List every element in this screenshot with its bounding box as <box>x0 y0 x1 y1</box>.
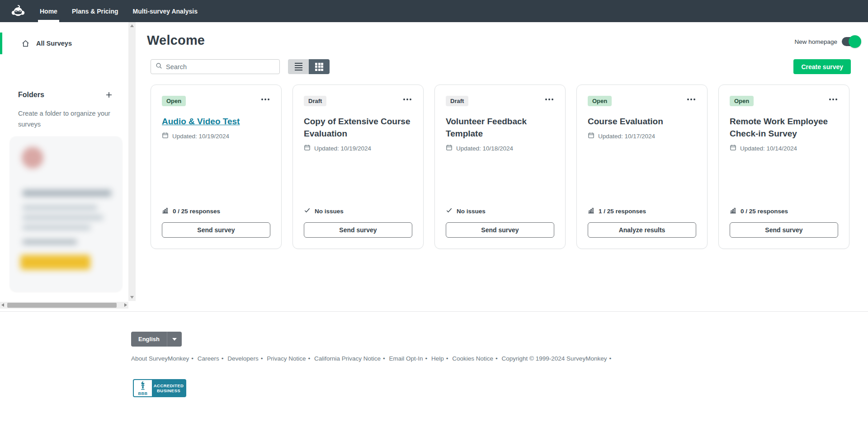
survey-card: Open Remote Work Employee Check-in Surve… <box>718 84 849 249</box>
chevron-down-icon <box>172 338 177 341</box>
footer-links: About SurveyMonkey• Careers• Developers•… <box>131 355 823 362</box>
send-survey-button[interactable]: Send survey <box>446 222 554 238</box>
calendar-icon <box>162 132 169 140</box>
survey-card: Open Audio & Video Test Updated: 10/19/2… <box>151 84 282 249</box>
survey-title[interactable]: Remote Work Employee Check-in Survey <box>730 115 838 140</box>
footer: English About SurveyMonkey• Careers• Dev… <box>0 311 868 427</box>
surveymonkey-dashboard: Home Plans & Pricing Multi-survey Analys… <box>0 0 868 427</box>
bar-chart-icon <box>730 207 736 215</box>
sidebar-item-all-surveys[interactable]: All Surveys <box>0 33 128 54</box>
updated-date: Updated: 10/19/2024 <box>172 133 229 140</box>
list-view-button[interactable] <box>288 59 309 74</box>
main-content: Welcome New homepage Cre <box>136 22 868 311</box>
search-input[interactable] <box>166 63 275 70</box>
sidebar-vertical-scrollbar[interactable] <box>128 22 136 301</box>
switch-knob <box>849 35 861 48</box>
bbb-accredited-business-badge[interactable]: BBB ACCREDITED BUSINESS <box>133 379 186 397</box>
blurred-promo-button[interactable] <box>20 255 90 270</box>
calendar-icon <box>446 144 453 152</box>
sidebar-item-label: All Surveys <box>36 40 72 47</box>
new-homepage-switch[interactable] <box>842 37 860 46</box>
nav-item-multi-survey-analysis[interactable]: Multi-survey Analysis <box>132 0 198 22</box>
status-badge: Open <box>588 96 612 106</box>
sidebar-horizontal-scrollbar[interactable] <box>0 302 128 309</box>
send-survey-button[interactable]: Send survey <box>162 222 270 238</box>
survey-card: Open Course Evaluation Updated: 10/17/20… <box>576 84 708 249</box>
survey-title[interactable]: Copy of Extensive Course Evaluation <box>304 115 412 140</box>
updated-date: Updated: 10/14/2024 <box>740 145 797 152</box>
nav-item-label: Plans & Pricing <box>72 8 118 15</box>
scroll-left-arrow[interactable] <box>1 303 4 307</box>
nav-item-plans-pricing[interactable]: Plans & Pricing <box>71 0 119 22</box>
scrollbar-thumb[interactable] <box>7 303 117 308</box>
responses-count: 1 / 25 responses <box>599 208 646 215</box>
language-dropdown-button[interactable] <box>167 332 182 347</box>
analyze-results-button[interactable]: Analyze results <box>588 222 696 238</box>
scroll-right-arrow[interactable] <box>124 303 127 307</box>
check-icon <box>304 207 311 215</box>
responses-count: 0 / 25 responses <box>173 208 220 215</box>
send-survey-button[interactable]: Send survey <box>304 222 412 238</box>
bbb-brand-label: BBB <box>138 391 148 396</box>
nav-item-home[interactable]: Home <box>39 0 58 22</box>
send-survey-button[interactable]: Send survey <box>730 222 838 238</box>
updated-date: Updated: 10/18/2024 <box>456 145 513 152</box>
status-badge: Open <box>162 96 186 106</box>
card-menu-ellipsis-icon[interactable] <box>402 96 412 103</box>
folders-heading: Folders <box>18 91 44 99</box>
grid-view-icon <box>315 63 323 71</box>
active-item-indicator <box>0 33 2 54</box>
nav-item-label: Home <box>40 8 57 15</box>
updated-date: Updated: 10/19/2024 <box>314 145 371 152</box>
survey-title[interactable]: Volunteer Feedback Template <box>446 115 554 140</box>
calendar-icon <box>588 132 594 140</box>
language-label: English <box>131 332 167 347</box>
status-badge: Draft <box>446 96 468 106</box>
scroll-down-arrow[interactable] <box>130 296 134 299</box>
card-menu-ellipsis-icon[interactable] <box>828 96 838 103</box>
new-homepage-label: New homepage <box>794 38 837 45</box>
bar-chart-icon <box>588 207 594 215</box>
nav-item-label: Multi-survey Analysis <box>133 8 198 15</box>
surveymonkey-logo-icon[interactable] <box>9 0 27 22</box>
view-toggle <box>288 59 330 74</box>
issues-status: No issues <box>315 208 344 215</box>
check-icon <box>446 207 453 215</box>
footer-link-help[interactable]: Help <box>431 355 444 362</box>
create-survey-button[interactable]: Create survey <box>793 59 851 74</box>
status-badge: Draft <box>304 96 326 106</box>
card-menu-ellipsis-icon[interactable] <box>544 96 554 103</box>
bbb-torch-icon <box>138 380 147 392</box>
survey-card-grid: Open Audio & Video Test Updated: 10/19/2… <box>151 84 849 249</box>
add-folder-button[interactable] <box>104 90 114 100</box>
home-icon <box>21 39 30 48</box>
issues-status: No issues <box>457 208 486 215</box>
nav-menu: Home Plans & Pricing Multi-survey Analys… <box>39 0 198 22</box>
footer-link-email-opt-in[interactable]: Email Opt-In <box>389 355 423 362</box>
survey-title-link[interactable]: Audio & Video Test <box>162 115 270 127</box>
status-badge: Open <box>730 96 754 106</box>
card-menu-ellipsis-icon[interactable] <box>686 96 696 103</box>
footer-link-privacy-notice[interactable]: Privacy Notice <box>267 355 306 362</box>
footer-link-cookies-notice[interactable]: Cookies Notice <box>452 355 493 362</box>
search-icon <box>156 62 162 71</box>
footer-link-california-privacy[interactable]: California Privacy Notice <box>314 355 381 362</box>
survey-title[interactable]: Course Evaluation <box>588 115 696 127</box>
promo-blur-content <box>10 136 122 291</box>
language-selector[interactable]: English <box>131 332 182 347</box>
responses-count: 0 / 25 responses <box>741 208 788 215</box>
footer-link-careers[interactable]: Careers <box>198 355 219 362</box>
bbb-business-label: BUSINESS <box>157 388 180 393</box>
scroll-up-arrow[interactable] <box>130 24 134 27</box>
card-menu-ellipsis-icon[interactable] <box>260 96 270 103</box>
footer-link-about[interactable]: About SurveyMonkey <box>131 355 189 362</box>
survey-search <box>151 59 280 74</box>
list-view-icon <box>295 63 302 71</box>
bbb-accredited-label: ACCREDITED <box>154 383 184 388</box>
footer-link-developers[interactable]: Developers <box>227 355 258 362</box>
calendar-icon <box>730 144 736 152</box>
calendar-icon <box>304 144 311 152</box>
grid-view-button[interactable] <box>309 59 330 74</box>
updated-date: Updated: 10/17/2024 <box>598 133 655 140</box>
survey-card: Draft Copy of Extensive Course Evaluatio… <box>292 84 424 249</box>
